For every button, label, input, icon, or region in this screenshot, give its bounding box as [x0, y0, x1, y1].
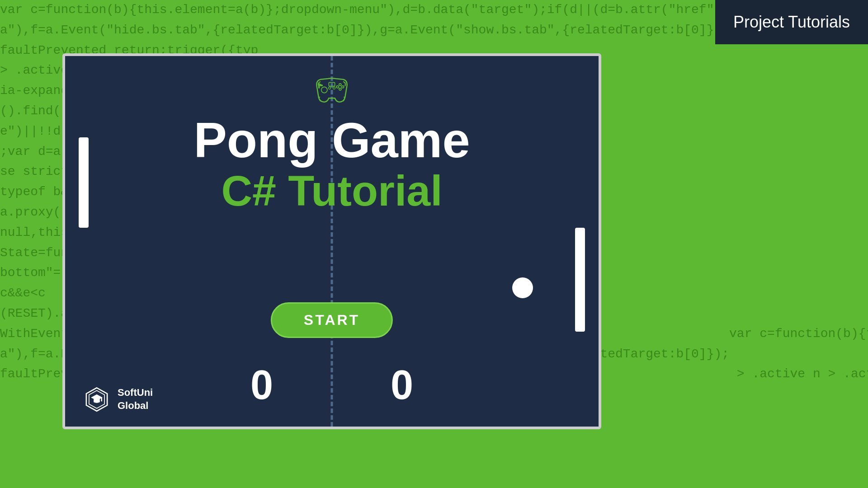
svg-point-8	[339, 88, 341, 90]
start-button[interactable]: START	[271, 302, 393, 338]
controller-icon	[309, 74, 354, 108]
svg-point-6	[336, 86, 339, 88]
svg-point-7	[342, 86, 344, 88]
game-subtitle: C# Tutorial	[221, 169, 442, 212]
svg-rect-4	[320, 84, 321, 85]
project-tutorials-badge: Project Tutorials	[715, 0, 868, 44]
score-left: 0	[250, 362, 273, 408]
badge-label: Project Tutorials	[733, 13, 850, 31]
softuni-brand-text: SoftUni Global	[118, 386, 153, 412]
ball	[512, 277, 533, 298]
paddle-right	[575, 228, 585, 332]
score-right: 0	[391, 362, 413, 408]
svg-point-10	[329, 87, 331, 89]
softuni-logo: SoftUni Global	[83, 386, 153, 413]
svg-rect-9	[329, 82, 335, 86]
svg-rect-15	[101, 398, 102, 402]
svg-point-5	[339, 84, 341, 86]
svg-point-11	[333, 87, 335, 89]
svg-point-0	[321, 87, 327, 93]
brand-name-line2: Global	[118, 399, 153, 413]
game-card: Pong Game C# Tutorial START 0 0 SoftUni …	[62, 53, 601, 429]
brand-name-line1: SoftUni	[118, 386, 153, 399]
game-title: Pong Game	[193, 115, 470, 165]
